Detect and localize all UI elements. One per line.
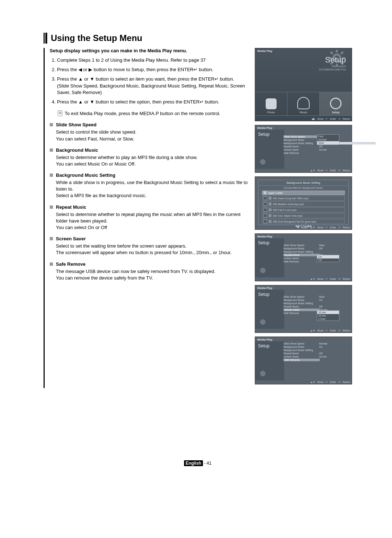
- headphones-icon: [297, 97, 310, 109]
- submenu-item[interactable]: Normal: [317, 138, 339, 141]
- page-title: Using the Setup Menu: [51, 33, 142, 43]
- gear-icon: [328, 50, 345, 66]
- submenu-item[interactable]: On: [317, 255, 339, 258]
- music-file-icon: [269, 203, 271, 205]
- tab-music[interactable]: Music: [287, 92, 320, 115]
- svg-line-5: [331, 52, 333, 54]
- gear-icon: [257, 265, 268, 276]
- setup-row[interactable]: Safe Remove: [281, 358, 352, 362]
- setup-row[interactable]: Slide Show SpeedSlow: [281, 244, 378, 247]
- tab-photo[interactable]: Photo: [255, 92, 287, 115]
- screenshots-column: Media Play Setup Memorycard 315.0MB/695.…: [255, 48, 352, 388]
- panel-title: Background Music Setting: [258, 180, 348, 186]
- checkbox-icon[interactable]: [264, 202, 267, 206]
- checkbox-icon[interactable]: [264, 208, 267, 212]
- submenu-item[interactable]: Slow: [317, 141, 339, 144]
- section-title: Safe Remove: [56, 261, 86, 267]
- section-title: Background Music: [56, 147, 98, 153]
- section-title: Background Music Setting: [56, 172, 115, 178]
- note-icon: N: [58, 110, 62, 116]
- gear-icon: [330, 98, 342, 109]
- gear-icon: [257, 156, 268, 167]
- svg-line-8: [341, 52, 343, 54]
- svg-line-6: [341, 62, 343, 65]
- svg-point-11: [260, 319, 266, 325]
- file-row[interactable]: 005 Druk Mungana-Feel So good.mp3: [262, 219, 345, 224]
- setup-row[interactable]: Screen Saver10 min: [281, 148, 378, 151]
- section-title: Slide Show Speed: [56, 122, 97, 127]
- music-file-icon: [269, 208, 271, 211]
- file-row[interactable]: 002 Beatles-Yesterday.mp3: [262, 201, 345, 207]
- setup-row[interactable]: Slide Show SpeedNormal: [281, 342, 352, 345]
- tv-screen-slide-show-speed: Media Play Setup Slide Show SpeedFastBac…: [255, 125, 352, 173]
- svg-point-0: [333, 54, 340, 61]
- setup-row[interactable]: Repeat MusicOff: [281, 305, 378, 308]
- bullet-icon: [50, 205, 53, 209]
- file-row[interactable]: 003 Fall in Love.mp3: [262, 207, 345, 212]
- tv-screen-bg-music-setting: Background Music Setting Choose files fo…: [255, 176, 352, 230]
- section-body: Select to set the waiting time before th…: [56, 243, 248, 256]
- setup-row[interactable]: Background Music Setting: [281, 250, 378, 253]
- setup-row[interactable]: Safe Remove: [281, 151, 378, 155]
- checkbox-icon[interactable]: [264, 196, 267, 200]
- tv-screen-repeat-music: Media Play Setup Slide Show SpeedSlowBac…: [255, 233, 352, 281]
- step-1: Complete Steps 1 to 2 of Using the Media…: [57, 57, 248, 64]
- setup-row[interactable]: Background MusicOn: [281, 345, 352, 349]
- setup-row[interactable]: Background Music Setting: [281, 302, 378, 305]
- bullet-icon: [50, 148, 53, 152]
- section-body: Select to control the slide show speed. …: [56, 129, 248, 142]
- bullet-icon: [50, 237, 53, 240]
- panel-subtitle: Choose files for background music.: [258, 186, 348, 191]
- photo-icon: [266, 98, 277, 109]
- submenu-item[interactable]: Off: [317, 258, 339, 262]
- submenu[interactable]: OnOff: [317, 255, 339, 262]
- upper-folder-row[interactable]: Upper Folder: [262, 191, 345, 195]
- bullet-icon: [50, 174, 53, 177]
- file-row[interactable]: 004 Tom- Made Time.mp3: [262, 213, 345, 218]
- setup-row[interactable]: Screen Saver10 min: [281, 355, 352, 358]
- submenu-item[interactable]: Fast: [317, 135, 339, 138]
- submenu-item[interactable]: 10 min: [317, 311, 339, 314]
- steps-list: Complete Steps 1 to 2 of Using the Media…: [50, 57, 248, 105]
- submenu[interactable]: 10 min20 min1 hour: [317, 310, 339, 321]
- submenu-item[interactable]: 1 hour: [317, 317, 339, 321]
- section-body: Select to determine whether to play an M…: [56, 154, 248, 167]
- tv-screen-screen-saver: Media Play Setup Slide Show SpeedSlowBac…: [255, 285, 352, 333]
- bullet-icon: [50, 262, 53, 266]
- title-accent-bars: [44, 33, 47, 44]
- svg-point-9: [260, 159, 266, 165]
- section-body: Select to determine whether to repeat pl…: [56, 211, 248, 231]
- svg-point-10: [260, 268, 266, 273]
- section-body: The message USB device can now be safely…: [56, 268, 248, 281]
- page-footer: English - 41: [44, 461, 352, 466]
- setup-row[interactable]: Background MusicOff: [281, 247, 378, 250]
- tv-screen-safe-remove: Media Play Setup Slide Show SpeedNormalB…: [255, 337, 352, 384]
- instructions-column: Setup display settings you can make in t…: [44, 48, 248, 388]
- step-3: Press the ▲ or ▼ button to select an ite…: [57, 76, 248, 96]
- folder-up-icon: [264, 191, 266, 194]
- svg-point-12: [260, 371, 266, 376]
- section-title: Screen Saver: [56, 236, 86, 241]
- svg-line-7: [331, 62, 333, 65]
- checkbox-icon[interactable]: [264, 214, 267, 217]
- music-file-icon: [269, 214, 271, 217]
- music-file-icon: [269, 220, 271, 223]
- bullet-icon: [50, 123, 53, 126]
- setup-row[interactable]: Repeat MusicOff: [281, 145, 378, 148]
- note-text: To exit Media Play mode, press the MEDIA…: [65, 110, 220, 117]
- step-4: Press the ▲ or ▼ button to select the op…: [57, 99, 248, 105]
- setup-row[interactable]: Background Music Setting: [281, 349, 352, 352]
- setup-row[interactable]: Background MusicOn: [281, 298, 378, 302]
- gear-icon: [257, 317, 268, 327]
- section-title: Repeat Music: [56, 204, 86, 210]
- setup-row[interactable]: Repeat MusicOff: [281, 352, 352, 355]
- setup-row[interactable]: Slide Show SpeedSlow: [281, 295, 378, 298]
- tab-setup[interactable]: Setup: [320, 92, 352, 115]
- tv-screen-main-setup: Media Play Setup Memorycard 315.0MB/695.…: [255, 48, 352, 121]
- file-row[interactable]: 001 Swan Song feat TBNY.mp3: [262, 196, 345, 201]
- checkbox-icon[interactable]: [264, 220, 267, 223]
- submenu-item[interactable]: 20 min: [317, 314, 339, 317]
- submenu[interactable]: FastNormalSlow: [317, 134, 339, 145]
- music-file-icon: [269, 197, 271, 200]
- gear-icon: [257, 368, 268, 379]
